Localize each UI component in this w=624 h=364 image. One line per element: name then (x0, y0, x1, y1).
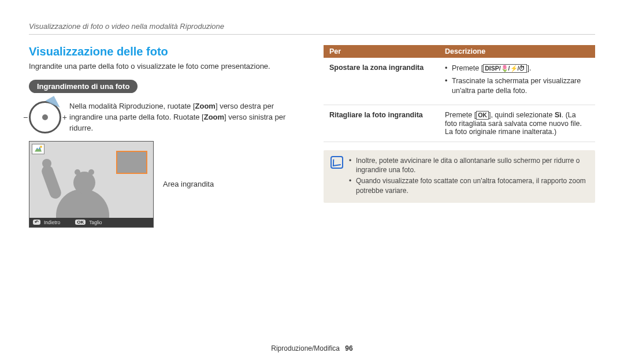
row1-key: Spostare la zona ingrandita (324, 58, 439, 105)
description-table: Per Descrizione Spostare la zona ingrand… (324, 45, 595, 142)
page-number: 96 (345, 344, 352, 352)
zoom-instruction: Nella modalità Riproduzione, ruotate [Zo… (69, 101, 300, 134)
subsection-pill: Ingrandimento di una foto (29, 80, 138, 93)
tip-item: Quando visualizzate foto scattate con un… (349, 176, 588, 196)
silhouette-graphic (46, 152, 121, 227)
row2-key: Ritagliare la foto ingrandita (324, 105, 439, 142)
tip-item: Inoltre, potete avvicinare le dita o all… (349, 156, 588, 176)
right-column: Per Descrizione Spostare la zona ingrand… (324, 45, 595, 228)
crop-region (117, 152, 146, 173)
footer-section: Riproduzione/Modifica (271, 344, 340, 352)
picture-badge-icon (32, 144, 44, 154)
minus-icon: − (23, 113, 28, 122)
intro-text: Ingrandite una parte della foto o visual… (29, 62, 300, 70)
tip-box: Inoltre, potete avvicinare le dita o all… (324, 150, 595, 203)
section-title: Visualizzazione delle foto (29, 45, 300, 58)
breadcrumb: Visualizzazione di foto o video nella mo… (29, 22, 595, 31)
back-label: Indietro (44, 220, 60, 225)
photo-preview: ↶ Indietro OK Taglio (29, 141, 154, 228)
plus-icon: + (62, 113, 67, 122)
row1-desc: Premete [DISP/🌷/⚡/⏱]. Trascinate la sche… (439, 58, 595, 105)
page-footer: Riproduzione/Modifica 96 (0, 344, 624, 352)
row2-desc: Premete [OK], quindi selezionate Sì. (La… (439, 105, 595, 142)
divider (29, 34, 595, 35)
zoom-dial-icon: − + (29, 101, 61, 133)
callout-label: Area ingrandita (163, 180, 214, 188)
ok-icon: OK (476, 111, 489, 120)
table-row: Spostare la zona ingrandita Premete [DIS… (324, 58, 595, 105)
ok-key-icon: OK (75, 220, 86, 225)
note-icon (330, 156, 343, 169)
left-column: Visualizzazione delle foto Ingrandite un… (29, 45, 300, 228)
table-row: Ritagliare la foto ingrandita Premete [O… (324, 105, 595, 142)
disp-icons: DISP/🌷/⚡/⏱ (483, 64, 527, 73)
table-head-per: Per (324, 45, 439, 58)
preview-footer: ↶ Indietro OK Taglio (29, 218, 153, 227)
table-head-desc: Descrizione (439, 45, 595, 58)
back-key-icon: ↶ (33, 220, 40, 225)
ok-label: Taglio (89, 220, 102, 225)
